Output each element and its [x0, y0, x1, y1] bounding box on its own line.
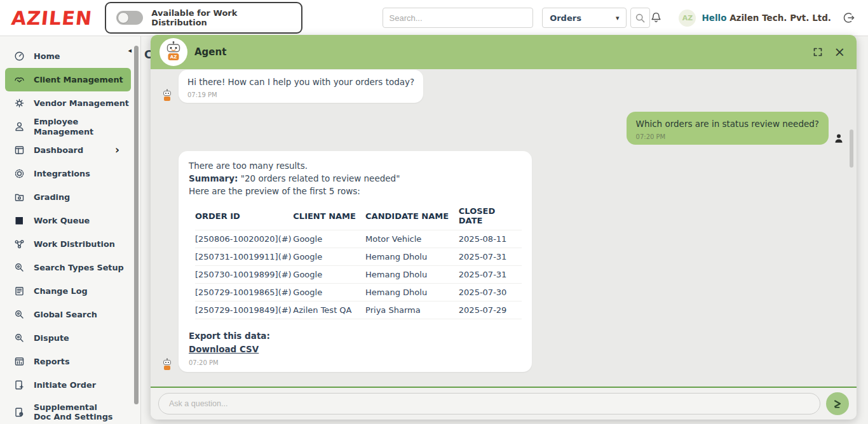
- work-distribution-icon: [14, 239, 25, 249]
- expand-icon[interactable]: [813, 48, 822, 56]
- svg-text:AZ: AZ: [170, 55, 177, 60]
- sidebar: ◂ Home Client Management Vendor Manageme…: [0, 36, 141, 424]
- table-row: [250806-10020020](#) Google Motor Vehicl…: [195, 230, 522, 248]
- user-person-icon: [834, 133, 844, 143]
- col-header-closed-date: CLOSED DATE: [459, 202, 522, 230]
- user-message-bubble: Which orders are in status review needed…: [627, 112, 829, 145]
- candidate-name-cell: Hemang Dholu: [365, 266, 459, 284]
- bell-icon[interactable]: [650, 11, 662, 24]
- sidebar-item-dashboard[interactable]: Dashboard ›: [5, 138, 131, 162]
- greeting-hello: Hello: [702, 13, 726, 23]
- greeting-org-name: Azilen Tech. Pvt. Ltd.: [729, 13, 831, 23]
- closed-date-cell: 2025-07-29: [459, 301, 522, 319]
- search-category-value: Orders: [550, 13, 581, 23]
- bot-greeting-time: 07:19 PM: [187, 91, 414, 98]
- search-category-select[interactable]: Orders ▾: [542, 8, 627, 28]
- send-icon: [832, 399, 843, 409]
- user-message-text: Which orders are in status review needed…: [636, 118, 819, 130]
- order-id-link[interactable]: [250806-10020020](#): [195, 230, 293, 248]
- client-name-cell: Azilen Test QA: [293, 301, 365, 319]
- sidebar-item-vendor-management[interactable]: Vendor Management: [5, 91, 131, 115]
- sidebar-item-search-types-setup[interactable]: Search Types Setup: [5, 256, 131, 279]
- summary-text: "20 orders related to review needed": [238, 173, 400, 183]
- client-name-cell: Google: [293, 284, 365, 301]
- sidebar-item-work-distribution[interactable]: Work Distribution: [5, 232, 131, 256]
- chat-scrollbar[interactable]: [850, 129, 853, 168]
- results-line1: There are too many results.: [189, 159, 522, 172]
- close-icon[interactable]: ×: [834, 46, 845, 59]
- table-header-row: ORDER ID CLIENT NAME CANDIDATE NAME CLOS…: [195, 202, 522, 230]
- bot-results-row: There are too many results. Summary: "20…: [161, 151, 845, 372]
- orders-preview-table: ORDER ID CLIENT NAME CANDIDATE NAME CLOS…: [195, 202, 522, 319]
- sidebar-item-home[interactable]: Home: [5, 44, 131, 68]
- work-distribution-toggle-box: Available for Work Distribution: [105, 2, 302, 34]
- send-button[interactable]: [826, 392, 849, 415]
- client-name-cell: Google: [293, 230, 365, 248]
- user-avatar[interactable]: AZ: [679, 10, 696, 27]
- agent-chat-panel: AZ Agent × Hi th: [151, 35, 857, 420]
- sidebar-item-work-queue[interactable]: Work Queue: [5, 209, 131, 232]
- sidebar-item-global-search[interactable]: Global Search: [5, 303, 131, 326]
- bot-results-bubble: There are too many results. Summary: "20…: [179, 151, 532, 372]
- bot-mini-avatar-icon: [161, 89, 173, 103]
- sidebar-scrollbar[interactable]: [134, 46, 139, 404]
- sidebar-item-initiate-order[interactable]: Initiate Order: [5, 373, 131, 397]
- home-icon: [14, 51, 25, 62]
- client-management-icon: [14, 74, 25, 85]
- search-icon: [635, 13, 646, 23]
- logout-icon[interactable]: [843, 11, 855, 24]
- sidebar-item-employee-management[interactable]: Employee Management: [5, 115, 131, 138]
- global-search-icon: [14, 309, 25, 320]
- search-input[interactable]: [383, 8, 534, 28]
- sidebar-collapse-icon[interactable]: ◂: [128, 46, 132, 55]
- initiate-order-icon: [14, 380, 25, 390]
- client-name-cell: Google: [293, 266, 365, 284]
- azilen-logo: AZILEN: [10, 7, 93, 29]
- summary-label: Summary:: [189, 173, 238, 183]
- sidebar-item-integrations[interactable]: Integrations: [5, 162, 131, 185]
- order-id-link[interactable]: [250729-10019865](#): [195, 284, 293, 301]
- results-summary: Summary: "20 orders related to review ne…: [189, 172, 522, 185]
- supplemental-doc-icon: [14, 407, 25, 418]
- bot-greeting-bubble: Hi there! How can I help you with your o…: [179, 70, 423, 103]
- sidebar-item-grading[interactable]: Grading: [5, 185, 131, 209]
- bot-results-time: 07:20 PM: [189, 359, 522, 366]
- bot-greeting-text: Hi there! How can I help you with your o…: [187, 76, 414, 88]
- dashboard-icon: [14, 145, 25, 156]
- sidebar-item-dispute[interactable]: Dispute: [5, 326, 131, 350]
- top-navbar: AZILEN Available for Work Distribution O…: [0, 0, 868, 36]
- col-header-order-id: ORDER ID: [195, 202, 293, 230]
- candidate-name-cell: Hemang Dholu: [365, 284, 459, 301]
- topbar-right-group: AZ Hello Azilen Tech. Pvt. Ltd.: [650, 10, 858, 27]
- chat-header: AZ Agent ×: [151, 35, 857, 69]
- chat-title: Agent: [194, 46, 226, 58]
- search-types-setup-icon: [14, 262, 25, 273]
- sidebar-item-reports[interactable]: Reports: [5, 350, 131, 373]
- order-id-link[interactable]: [250729-10019849](#): [195, 301, 293, 319]
- closed-date-cell: 2025-08-11: [459, 230, 522, 248]
- ask-question-input[interactable]: [158, 393, 820, 414]
- dispute-icon: [14, 333, 25, 343]
- candidate-name-cell: Priya Sharma: [365, 301, 459, 319]
- sidebar-item-supplemental-doc-and-settings[interactable]: Supplemental Doc And Settings: [5, 397, 131, 424]
- employee-management-icon: [14, 121, 25, 132]
- order-id-link[interactable]: [250730-10019899](#): [195, 266, 293, 284]
- order-id-link[interactable]: [250731-10019911](#): [195, 248, 293, 266]
- download-csv-link[interactable]: Download CSV: [189, 343, 259, 356]
- results-preview-line: Here are the preview of the first 5 rows…: [189, 185, 522, 197]
- sidebar-item-client-management[interactable]: Client Management: [5, 68, 131, 91]
- work-queue-icon: [14, 215, 25, 226]
- search-button[interactable]: [630, 8, 650, 28]
- sidebar-item-change-log[interactable]: Change Log: [5, 279, 131, 303]
- chat-message-area[interactable]: Hi there! How can I help you with your o…: [151, 69, 857, 387]
- table-row: [250731-10019911](#) Google Hemang Dholu…: [195, 248, 522, 266]
- integrations-icon: [14, 168, 25, 179]
- agent-avatar: AZ: [159, 38, 187, 66]
- candidate-name-cell: Motor Vehicle: [365, 230, 459, 248]
- closed-date-cell: 2025-07-30: [459, 284, 522, 301]
- chevron-right-icon[interactable]: ›: [115, 145, 119, 156]
- user-message-time: 07:20 PM: [636, 133, 819, 140]
- availability-toggle[interactable]: [116, 11, 143, 25]
- export-label: Export this data:: [189, 329, 522, 343]
- table-row: [250729-10019849](#) Azilen Test QA Priy…: [195, 301, 522, 319]
